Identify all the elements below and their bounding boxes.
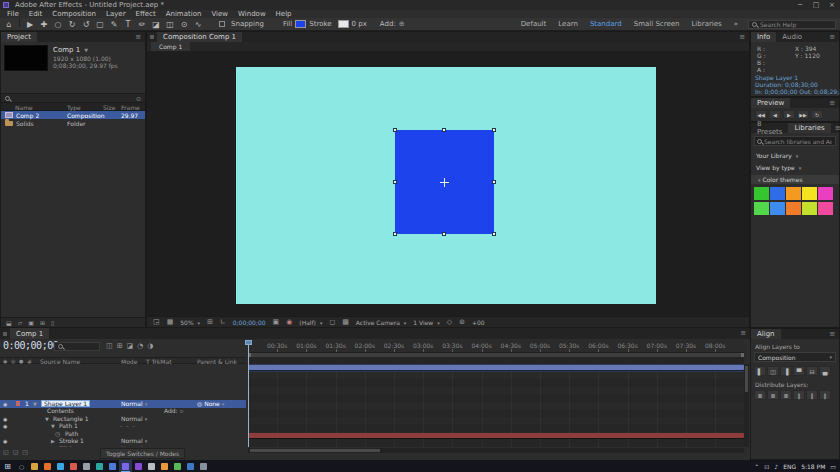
puppet-pin-tool-icon[interactable]: ⊙ [177,18,191,31]
type-tool-icon[interactable]: T [121,18,135,31]
panel-menu-icon[interactable]: ≡ [825,98,839,108]
loop-button[interactable]: ↻ [811,110,823,119]
menu-view[interactable]: View [206,10,233,18]
app-file-explorer[interactable] [28,460,41,472]
workspace-tab-default[interactable]: Default [515,18,553,31]
timeline-row-path-1[interactable]: ◉▼Path 1– – – [0,423,246,431]
fast-previews-icon[interactable]: ⊚ [459,318,465,326]
timeline-row-shape-layer-1[interactable]: ◉1▼Shape Layer 1Normal ▾◎ None ▾ [0,400,246,408]
fill-color-swatch[interactable] [295,20,306,28]
layer-duration-bar[interactable] [248,365,744,370]
app-gray-3[interactable] [197,460,210,472]
app-purple[interactable] [132,460,145,472]
brush-tool-icon[interactable]: ✏ [135,18,149,31]
layer-duration-bar[interactable] [248,433,744,438]
roto-brush-tool-icon[interactable]: ∿ [191,18,205,31]
selection-handle[interactable] [393,232,397,236]
mode-dropdown[interactable]: Normal ▾ [121,401,147,408]
label-color-chip[interactable] [16,401,20,406]
timeline-search-box[interactable] [54,342,100,351]
panel-menu-icon[interactable]: ≡ [825,329,839,339]
preview-comp-name[interactable]: Comp 1 ▼ [53,46,88,54]
distribute-left-icon[interactable]: ∥ [793,390,805,400]
libraries-search-input[interactable] [764,138,832,145]
eye-icon[interactable]: ◉ [3,416,7,423]
app-chrome[interactable] [67,460,80,472]
workspace-tab-learn[interactable]: Learn [552,18,584,31]
workspace-overflow-icon[interactable]: » [728,18,744,31]
color-theme-swatch[interactable] [770,187,785,200]
pen-tool-icon[interactable]: ✎ [107,18,121,31]
hand-tool-icon[interactable]: ✚ [37,18,51,31]
project-flowchart-icon[interactable]: ⊙ [136,95,141,102]
layer-name-input[interactable]: Shape Layer 1 [41,400,90,407]
color-theme-swatch[interactable] [770,202,785,215]
delete-item-icon[interactable]: ▯ [51,319,54,326]
maximize-button[interactable]: □ [808,0,824,10]
col-name[interactable]: Name [15,104,33,111]
distribute-bottom-icon[interactable]: ≣ [780,390,792,400]
twirl-icon[interactable]: ▶ [51,446,55,448]
project-search-box[interactable]: ⊙ [1,93,145,103]
eye-icon[interactable]: ◉ [3,423,7,430]
play-button[interactable]: ▶ [783,110,795,119]
expand-layer-pane-icon[interactable]: ◱ [3,448,9,455]
draft-3d-icon[interactable]: ⊞ [117,342,123,350]
start-button[interactable]: ⊞ [0,462,15,471]
language-indicator[interactable]: ENG [783,463,796,470]
eye-icon[interactable]: ◉ [3,438,7,445]
expand-inout-pane-icon[interactable]: ◳ [22,448,28,455]
shape-tool-icon[interactable]: ▢ [93,18,107,31]
timeline-current-time[interactable]: 0:00;00;00 [3,340,58,351]
orbit-camera-tool-icon[interactable]: ↻ [65,18,79,31]
color-theme-swatch[interactable] [786,187,801,200]
tab-project[interactable]: Project [1,32,37,42]
color-theme-swatch[interactable] [818,202,833,215]
align-right-icon[interactable]: ▐ [780,366,792,376]
magnification-grid-icon[interactable]: ▦ [167,318,174,326]
selection-handle[interactable] [492,232,496,236]
time-ruler[interactable]: 00:30s01:00s01:30s02:00s02:30s03:00s03:3… [248,340,744,353]
parent-link-dropdown[interactable]: ◎ None ▾ [197,401,224,408]
app-after-effects[interactable] [119,460,132,472]
exposure-value[interactable]: +00 [472,319,485,326]
selection-tool-icon[interactable]: ▶ [23,18,37,31]
volume-icon[interactable]: ♪ [774,463,778,470]
always-preview-icon[interactable]: ◲ [153,318,160,326]
col-size[interactable]: Size [103,104,115,111]
composition-viewer[interactable] [147,51,749,316]
workspace-tab-small-screen[interactable]: Small Screen [628,18,686,31]
timeline-row-rectangle-1[interactable]: ◉▼Rectangle 1Normal ▾ [0,415,246,423]
panel-menu-icon[interactable]: ≡ [831,123,840,133]
horizontal-scrollbar[interactable] [248,448,744,453]
resolution-dropdown[interactable]: (Half) ▾ [299,319,322,326]
composition-mini-flowchart-icon[interactable]: ◫ [106,342,113,350]
align-left-icon[interactable]: ▌ [754,366,766,376]
app-green[interactable] [171,460,184,472]
add-shape-icon[interactable]: ⊕ [399,20,405,28]
notification-center-icon[interactable]: ▭ [830,463,836,470]
mode-dropdown[interactable]: Normal ▾ [121,416,147,423]
snapping-checkbox[interactable] [219,21,225,27]
stroke-width[interactable]: 0 px [352,20,367,28]
align-target-dropdown[interactable]: Composition▾ [754,352,836,362]
frame-blending-icon[interactable]: ◔ [137,342,143,350]
view-by-type-dropdown[interactable]: View by type ▾ [756,164,801,171]
help-search-input[interactable] [760,21,830,28]
selection-handle[interactable] [393,128,397,132]
current-time-indicator-handle[interactable] [245,340,252,345]
panel-menu-icon[interactable]: ≡ [825,32,839,42]
distribute-vertical-center-icon[interactable]: ≣ [767,390,779,400]
tab-align[interactable]: Align [751,329,781,339]
panel-menu-icon[interactable]: ≡ [736,328,750,339]
tab-libraries[interactable]: Libraries [788,123,830,133]
tab-timeline-comp1[interactable]: Comp 1 [10,328,49,339]
home-icon[interactable]: ⌂ [2,18,16,31]
project-item-comp-2[interactable]: Comp 2 Composition 29.97 [1,111,145,119]
choose-grid-icon[interactable]: ⊞ [207,318,213,326]
camera-dropdown[interactable]: Active Camera ▾ [356,319,406,326]
menu-window[interactable]: Window [233,10,271,18]
current-time-display[interactable]: 0;00;00;00 [233,319,266,326]
tab-info[interactable]: Info [751,32,776,42]
selection-handle[interactable] [442,128,446,132]
